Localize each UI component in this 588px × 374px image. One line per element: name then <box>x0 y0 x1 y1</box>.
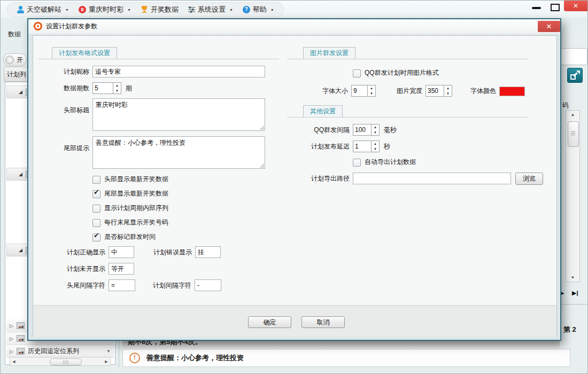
checkbox-label[interactable]: 是否标记群发时间 <box>104 233 156 241</box>
section-tab-other: 其他设置 <box>303 105 343 117</box>
image-width-input[interactable] <box>426 85 444 96</box>
checkbox-label[interactable]: 显示计划周期内部序列 <box>104 204 168 212</box>
field-label: 计划未开显示 <box>36 263 105 275</box>
periods-input[interactable] <box>93 83 113 94</box>
scroll-right-icon[interactable]: ▶ <box>103 360 110 364</box>
checkbox-header-latest[interactable]: ✔ <box>92 176 100 184</box>
app-window: 天空破解站 ▼ 8 重庆时时彩 ▼ 开奖数据 系统设置 ▼ ? 帮助 ▼ <box>0 0 588 374</box>
minimize-button[interactable] <box>532 7 541 9</box>
font-color-swatch[interactable] <box>499 87 525 96</box>
qq-interval-spinner: ▲ ▼ <box>353 124 380 136</box>
field-label: QQ群发间隔 <box>287 124 350 136</box>
expand-button[interactable] <box>567 68 583 83</box>
dialog-close-button[interactable]: ✕ <box>538 21 560 32</box>
qq-interval-input[interactable] <box>353 124 371 135</box>
chevron-down-icon[interactable]: ▼ <box>106 349 111 354</box>
pending-display-input[interactable] <box>109 263 134 275</box>
section-divider <box>287 117 529 118</box>
horizontal-scrollbar[interactable]: ◀ |||| ▶ <box>10 357 111 366</box>
section-divider <box>38 59 279 59</box>
scroll-down-icon[interactable]: ▼ <box>566 275 579 280</box>
spinner-down-icon[interactable]: ▼ <box>368 91 375 96</box>
font-size-spinner: ▲ ▼ <box>351 85 376 97</box>
spinner-down-icon[interactable]: ▼ <box>444 91 452 96</box>
checkbox-auto-export[interactable]: ✔ <box>353 159 361 167</box>
dialog-footer: 确定 取消 <box>33 305 556 337</box>
publish-delay-input[interactable] <box>353 141 371 152</box>
browse-button[interactable]: 浏览 <box>515 173 543 185</box>
menu-item-draw-data[interactable]: 开奖数据 <box>136 5 183 14</box>
checkbox-qq-image-format[interactable]: ✔ <box>353 69 361 77</box>
tree-node-history[interactable]: ▷ 历史回追定位系列 ▼ <box>6 345 114 358</box>
spinner-up-icon[interactable]: ▲ <box>368 85 375 91</box>
field-label: 计划正确显示 <box>36 246 105 258</box>
tree-collapsed-icon: ▷ <box>10 349 13 354</box>
background-label-fragment: 码 <box>562 101 569 110</box>
background-toggle[interactable]: 开 <box>3 53 27 66</box>
tree-collapsed-icon: ▷ <box>10 323 13 329</box>
spinner-up-icon[interactable]: ▲ <box>444 85 452 91</box>
menu-label: 系统设置 <box>198 5 226 14</box>
spinner-up-icon[interactable]: ▲ <box>372 124 379 130</box>
spinner-up-icon[interactable]: ▲ <box>113 83 121 88</box>
field-label: 计划昵称 <box>38 66 89 77</box>
nickname-input[interactable] <box>92 66 265 77</box>
dialog-title: 设置计划群发参数 <box>46 19 97 34</box>
image-width-spinner: ▲ ▼ <box>425 85 452 97</box>
dialog-title-bar: 设置计划群发参数 ✕ <box>28 19 560 34</box>
checkbox-label[interactable]: 头部显示最新开奖数据 <box>104 175 168 183</box>
scrollbar-thumb[interactable]: |||| <box>50 359 82 365</box>
menu-item-settings[interactable]: 系统设置 ▼ <box>183 5 238 14</box>
checkbox-cycle-sequence[interactable]: ✔ <box>92 205 100 213</box>
help-icon: ? <box>243 6 250 13</box>
scrollbar-thumb[interactable] <box>568 121 579 147</box>
menu-item-lottery[interactable]: 8 重庆时时彩 ▼ <box>74 5 136 14</box>
menu-item-account[interactable]: 天空破解站 ▼ <box>12 5 74 14</box>
checkbox-line-end-number[interactable]: ✔ <box>92 219 100 227</box>
checkbox-label[interactable]: 自动导出计划数据 <box>365 158 416 166</box>
field-label: 字体颜色 <box>468 85 496 97</box>
checkbox-label[interactable]: 尾部显示最新开奖数据 <box>104 190 168 198</box>
spinner-up-icon[interactable]: ▲ <box>372 141 379 146</box>
divider <box>119 341 119 368</box>
scrollbar-track[interactable]: |||| <box>18 358 103 365</box>
menu-item-help[interactable]: ? 帮助 ▼ <box>238 5 279 14</box>
user-icon <box>17 6 24 13</box>
export-path-input[interactable] <box>353 173 511 184</box>
main-menu: 天空破解站 ▼ 8 重庆时时彩 ▼ 开奖数据 系统设置 ▼ ? 帮助 ▼ <box>7 2 284 17</box>
cancel-button[interactable]: 取消 <box>301 316 345 328</box>
step-end-icon[interactable]: ▶| <box>572 290 578 297</box>
scroll-up-icon[interactable]: ▲ <box>566 112 579 117</box>
header-title-textarea[interactable]: 重庆时时彩 <box>92 98 265 131</box>
scroll-left-icon[interactable]: ◀ <box>10 360 18 364</box>
ok-button[interactable]: 确定 <box>248 316 291 328</box>
field-label: 计划错误显示 <box>122 246 192 258</box>
vertical-scrollbar[interactable]: ▲ ▼ <box>566 110 580 282</box>
checkbox-mark-send-time[interactable]: ✔ <box>92 233 100 241</box>
maximize-button[interactable] <box>551 4 560 11</box>
window-close-button[interactable]: ✕ <box>564 1 587 11</box>
menu-label: 开奖数据 <box>151 5 179 14</box>
background-tab-data[interactable]: 数据 <box>8 30 21 39</box>
folder-icon <box>17 348 25 355</box>
background-status-bar: 期不6次，第5期不4次。 <box>122 340 560 349</box>
checkbox-label[interactable]: QQ群发计划时用图片格式 <box>365 69 439 77</box>
background-input-fragment[interactable] <box>560 48 587 65</box>
notice-text: 善意提醒：小心参考，理性投资 <box>146 353 244 363</box>
wrong-display-input[interactable] <box>195 246 221 258</box>
field-label: 尾部提示 <box>38 142 89 154</box>
font-size-input[interactable] <box>352 85 367 96</box>
plan-separator-input[interactable] <box>195 279 221 291</box>
checkbox-footer-latest[interactable]: ✔ <box>92 190 100 198</box>
status-text-fragment: 期不6次，第5期不4次。 <box>122 340 560 347</box>
footer-tip-textarea[interactable]: 善意提醒：小心参考，理性投资 <box>92 136 265 169</box>
spinner-down-icon[interactable]: ▼ <box>113 88 121 94</box>
spinner-down-icon[interactable]: ▼ <box>372 146 379 152</box>
unit-label: 秒 <box>384 141 390 152</box>
section-tab-format: 计划发布格式设置 <box>52 47 117 59</box>
menu-label: 帮助 <box>253 5 267 14</box>
toggle-label: 开 <box>17 56 23 65</box>
spinner-down-icon[interactable]: ▼ <box>372 130 379 135</box>
checkbox-label[interactable]: 每行末尾显示开奖号码 <box>104 219 168 227</box>
field-label: 图片宽度 <box>394 85 422 97</box>
